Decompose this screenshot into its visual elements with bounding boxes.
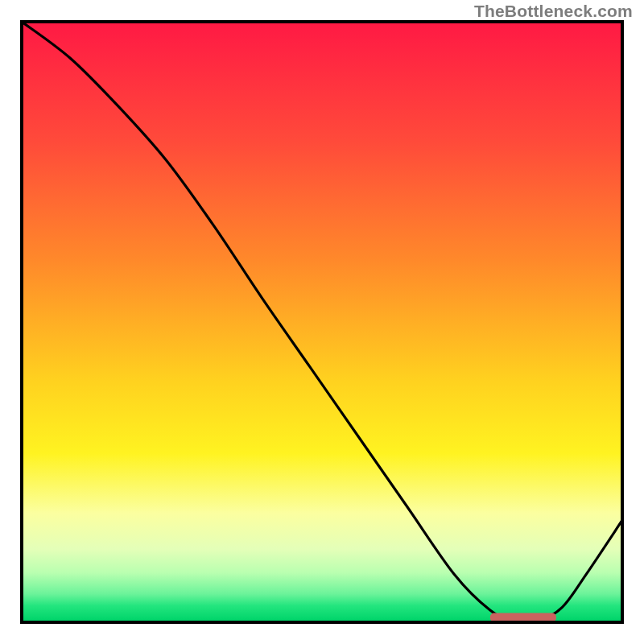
heat-gradient-background <box>23 23 621 621</box>
bottleneck-chart <box>0 0 644 644</box>
watermark-text: TheBottleneck.com <box>474 2 633 21</box>
optimum-marker <box>490 613 556 622</box>
